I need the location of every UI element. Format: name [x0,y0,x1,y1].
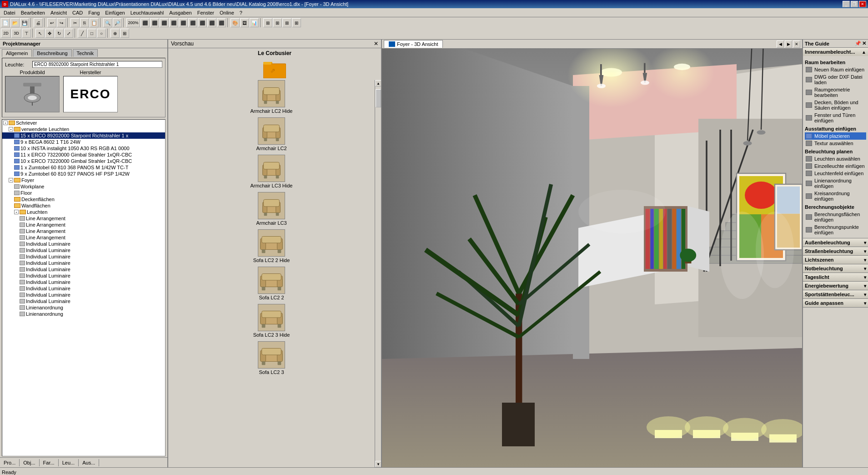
restore-button[interactable]: ❐ [851,1,858,7]
draw-circle-btn[interactable]: ○ [97,29,106,38]
redo-btn[interactable]: ↪ [57,18,66,27]
scroll-down-arrow[interactable]: ▼ [375,461,381,467]
tree-item-bega[interactable]: 9 x BEGA 8602 1 T16 24W [2,139,165,145]
guide-close-btn[interactable]: ✕ [862,40,866,46]
guide-item-berechnungspunkte[interactable]: Berechnungspunkte einfügen [805,223,866,236]
guide-section-header-energiebewertung[interactable]: Energiebewertung▾ [803,282,868,290]
btn-e[interactable]: ⬛ [169,18,178,27]
move-btn[interactable]: ✥ [45,29,54,38]
tree-item-ind-lum-5[interactable]: Individual Luminaire [2,266,165,273]
tree-item-ind-lum-6[interactable]: Individual Luminaire [2,273,165,279]
guide-item-berechnungsflachen[interactable]: Berechnungsflächen einfügen [805,211,866,223]
undo-btn[interactable]: ↩ [47,18,56,27]
3d-view-tab[interactable]: Foyer - 3D Ansicht [384,40,443,48]
expand-icon-verwendete-leuchten[interactable]: - [9,127,13,131]
render2-btn[interactable]: 🖼 [240,18,249,27]
tree-item-insta[interactable]: 10 x INSTA instalight 1050 A30 RS RGB A1… [2,145,165,152]
menu-item-ansicht[interactable]: Ansicht [48,9,70,16]
menu-item-cad[interactable]: CAD [70,9,85,16]
bottom-tab-far[interactable]: Far... [40,459,59,466]
tree-item-ind-lum-1[interactable]: Individual Luminaire [2,241,165,247]
tree-item-schriever[interactable]: -Schriever [2,120,165,126]
menu-item-datei[interactable]: Datei [1,9,18,16]
extra-btn4[interactable]: ⊞ [292,18,301,27]
menu-item-fang[interactable]: Fang [85,9,102,16]
save-btn[interactable]: 💾 [20,18,29,27]
view-close[interactable]: ✕ [793,40,800,48]
preview-scrollbar[interactable]: ▲ ▼ [375,80,381,467]
tab-beschreibung[interactable]: Beschreibung [33,49,71,57]
select-btn[interactable]: ↖ [35,29,45,38]
tree-view[interactable]: -Schriever-verwendete Leuchten15 x ERCO … [2,119,166,456]
guide-section-header-aussenbeleuchtung[interactable]: Außenbeleuchtung▾ [803,238,868,247]
bottom-tab-obj[interactable]: Obj... [20,459,39,466]
preview-item-3[interactable]: Armchair LC3 [168,192,375,226]
guide-item-mobel-platzieren[interactable]: Möbel plazieren [805,132,866,140]
guide-section-header-guide-anpassen[interactable]: Guide anpassen▾ [803,299,868,307]
view-3d-btn[interactable]: 3D [11,29,21,38]
tree-item-floor[interactable]: Floor [2,190,165,196]
preview-item-0[interactable]: Armchair LC2 Hide [168,80,375,114]
preview-item-5[interactable]: Sofa LC2 2 [168,267,375,300]
tree-item-leuchten[interactable]: -Leuchten [2,209,165,215]
guide-item-fenster-turen[interactable]: Fenster und Türen einfügen [805,111,866,124]
btn-j[interactable]: ⬛ [217,18,226,27]
guide-item-dwg-dxf[interactable]: DWG oder DXF Datei laden [805,73,866,86]
preview-item-7[interactable]: Sofa LC2 3 [168,341,375,375]
tree-item-line-arr-3[interactable]: Line Arrangement [2,228,165,234]
btn-g[interactable]: ⬛ [188,18,197,27]
tree-item-linien-anord-2[interactable]: Linienanordnung [2,311,165,317]
tab-allgemein[interactable]: Allgemein [2,49,32,57]
scale-btn[interactable]: ⤢ [64,29,73,38]
scroll-thumb[interactable] [376,89,381,107]
guide-section-header-tageslicht[interactable]: Tageslicht▾ [803,273,868,281]
grid-btn[interactable]: ⊞ [120,29,129,38]
scroll-up-arrow[interactable]: ▲ [375,80,381,86]
guide-item-leuchtenfeld[interactable]: Leuchtenfeld einfügen [805,170,866,177]
render3-btn[interactable]: 📊 [250,18,259,27]
zoom-out-btn[interactable]: 🔎 [113,18,122,27]
guide-item-raumgeometrie[interactable]: Raumgeometrie bearbeiten [805,86,866,99]
expand-icon-leuchten[interactable]: - [14,210,19,214]
guide-pin-btn[interactable]: 📌 [855,40,861,46]
guide-section-header-strassenbeleuchtung[interactable]: Straßenbeleuchtung▾ [803,247,868,255]
guide-section-header-sportstattenbeleuchtung[interactable]: Sportstättenbeleuc...▾ [803,290,868,298]
guide-item-einzelleuchte[interactable]: Einzelleuchte einfügen [805,162,866,170]
tree-item-erco-2[interactable]: 11 x ERCO 73220000 Gimbal Strahler 1xQR-… [2,152,165,158]
view-nav-next[interactable]: ▶ [785,40,792,48]
close-button[interactable]: ✕ [859,1,866,7]
btn-h[interactable]: ⬛ [198,18,207,27]
view-top-btn[interactable]: ⊤ [22,29,31,38]
btn-i[interactable]: ⬛ [207,18,216,27]
menu-item-ausgaben[interactable]: Ausgaben [166,9,195,16]
3d-canvas[interactable] [382,49,802,467]
bottom-tab-aus[interactable]: Aus... [79,459,99,466]
guide-section-header-notbeleuchtung[interactable]: Notbeleuchtung▾ [803,264,868,273]
guide-item-kreisanordnung[interactable]: Kreisanordnung einfügen [805,190,866,202]
btn-c[interactable]: ⬛ [150,18,159,27]
tree-item-workplane[interactable]: Workplane [2,183,165,190]
minimize-button[interactable]: _ [843,1,850,7]
menu-item-bearbeiten[interactable]: Bearbeiten [18,9,48,16]
draw-line-btn[interactable]: ╱ [78,29,87,38]
btn-d[interactable]: ⬛ [160,18,169,27]
tree-item-line-arr-4[interactable]: Line Arrangement [2,234,165,241]
extra-btn2[interactable]: ⊞ [273,18,282,27]
tree-item-foyer[interactable]: -Foyer [2,177,165,183]
tree-item-linien-anord-1[interactable]: Linienanordnung [2,304,165,311]
tree-item-verwendete-leuchten[interactable]: -verwendete Leuchten [2,126,165,132]
view-2d-btn[interactable]: 2D [1,29,11,38]
preview-item-6[interactable]: Sofa LC2 3 Hide [168,304,375,338]
preview-item-2[interactable]: Armchair LC3 Hide [168,155,375,188]
tree-item-ind-lum-4[interactable]: Individual Luminaire [2,260,165,266]
expand-icon-foyer[interactable]: - [9,178,13,182]
tree-item-zumtobel-1[interactable]: 1 x Zumtobel 60 810 368 PANOS M 1/42W TC… [2,164,165,171]
guide-section-header-lichtszenen[interactable]: Lichtszenen▾ [803,256,868,264]
bottom-tab-pro[interactable]: Pro... [0,459,20,466]
guide-item-neuen-raum[interactable]: Neuen Raum einfügen [805,66,866,73]
print-btn[interactable]: 🖨 [34,18,43,27]
snap-btn[interactable]: ⊕ [110,29,120,38]
tree-item-ind-lum-7[interactable]: Individual Luminaire [2,279,165,285]
tab-technik[interactable]: Technik [73,49,98,57]
preview-close-button[interactable]: ✕ [374,40,378,47]
